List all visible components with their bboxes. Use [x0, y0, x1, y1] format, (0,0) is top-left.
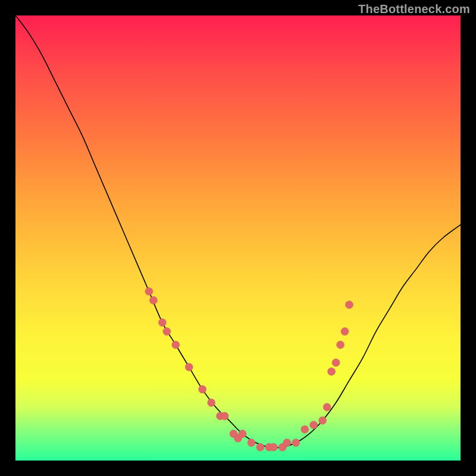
- curve-marker: [208, 399, 215, 406]
- curve-marker: [270, 443, 277, 451]
- curve-marker: [248, 439, 255, 447]
- watermark-text: TheBottleneck.com: [358, 2, 470, 16]
- curve-marker: [221, 412, 228, 420]
- curve-marker: [301, 425, 309, 433]
- curve-marker: [199, 386, 206, 393]
- chart-svg: [15, 15, 461, 461]
- curve-marker: [158, 319, 166, 327]
- curve-marker: [185, 363, 193, 371]
- curve-marker: [256, 443, 264, 451]
- curve-marker: [319, 416, 327, 424]
- curve-marker: [323, 403, 331, 411]
- curve-marker: [145, 287, 153, 295]
- curve-marker: [239, 430, 246, 438]
- curve-markers: [145, 287, 353, 451]
- curve-marker: [341, 328, 349, 336]
- curve-marker: [172, 341, 180, 349]
- bottleneck-curve: [15, 15, 461, 448]
- curve-marker: [292, 439, 300, 447]
- curve-marker: [328, 368, 336, 375]
- curve-marker: [332, 359, 340, 367]
- curve-marker: [337, 341, 345, 349]
- curve-marker: [163, 328, 171, 336]
- curve-marker: [283, 439, 291, 447]
- curve-marker: [310, 421, 318, 429]
- chart-frame: [15, 15, 461, 461]
- curve-marker: [149, 296, 157, 304]
- curve-marker: [346, 301, 353, 309]
